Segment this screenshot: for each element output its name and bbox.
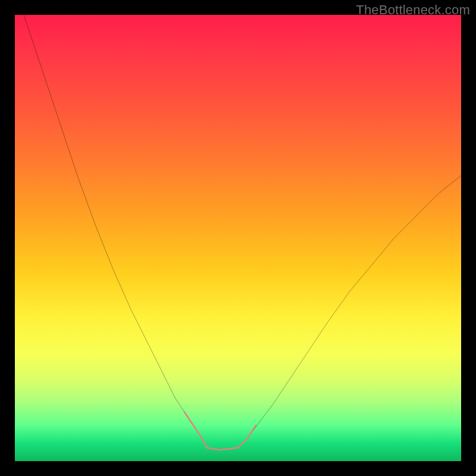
marker-right-segment: [238, 425, 256, 448]
curve-right: [238, 176, 461, 448]
chart-stage: TheBottleneck.com: [0, 0, 476, 476]
curve-left: [24, 15, 207, 448]
marker-left-segment: [184, 412, 207, 448]
chart-overlay: [15, 15, 461, 461]
marker-bottom-segment: [207, 448, 239, 450]
